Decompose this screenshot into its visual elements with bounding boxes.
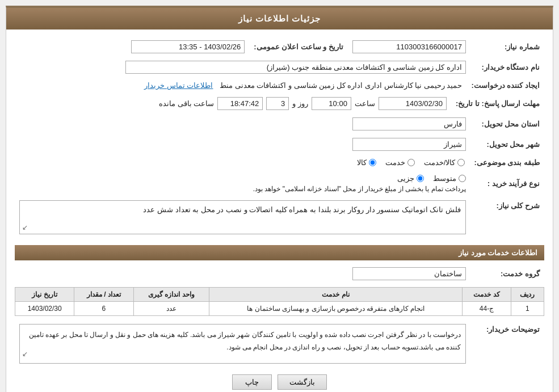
col-quantity: تعداد / مقدار bbox=[74, 288, 133, 302]
process-label: نوع فرآیند خرید : bbox=[470, 172, 544, 195]
cell-unit: عدد bbox=[133, 302, 209, 316]
col-code: کد خدمت bbox=[463, 288, 511, 302]
process-motavasset-label: متوسط bbox=[433, 174, 456, 183]
deadline-time: 10:00 bbox=[312, 97, 351, 110]
col-name: نام خدمت bbox=[209, 288, 463, 302]
requester-name: حمید رحیمی نیا کارشناس اداری اداره کل زم… bbox=[220, 81, 462, 90]
category-khadamat-label: خدمت bbox=[385, 158, 405, 167]
process-motavasset-radio[interactable] bbox=[459, 175, 466, 182]
deadline-remaining-label: ساعت باقی مانده bbox=[159, 99, 214, 108]
announcement-date-value: 1403/02/26 - 13:35 bbox=[131, 40, 245, 53]
buyer-notes-label: توضیحات خریدار: bbox=[470, 322, 544, 366]
cell-date: 1403/02/30 bbox=[15, 302, 74, 316]
category-kala-radio[interactable] bbox=[369, 159, 376, 166]
cell-name: انجام کارهای متفرقه درخصوص بازسازی و بهس… bbox=[209, 302, 463, 316]
buyer-notes-box: درخواست با در نظر گرفتن اجرت نصب داده شد… bbox=[19, 324, 466, 364]
service-group-value: ساختمان bbox=[352, 267, 466, 280]
need-desc-value: فلش تانک اتوماتیک سنسور دار روکار برند ب… bbox=[143, 205, 461, 214]
back-button[interactable]: بازگشت bbox=[278, 374, 327, 390]
deadline-remaining: 18:47:42 bbox=[217, 97, 263, 110]
category-label: طبقه بندی موضوعی: bbox=[469, 156, 544, 169]
category-khadamat-radio[interactable] bbox=[407, 159, 415, 166]
services-table: ردیف کد خدمت نام خدمت واحد اندازه گیری ت… bbox=[15, 287, 544, 316]
col-date: تاریخ نیاز bbox=[15, 288, 74, 302]
process-motavasset-option[interactable]: متوسط bbox=[433, 174, 466, 183]
process-jazei-option[interactable]: جزیی bbox=[397, 174, 424, 183]
buyer-notes-value: درخواست با در نظر گرفتن اجرت نصب داده شد… bbox=[29, 331, 461, 351]
need-desc-box: فلش تانک اتوماتیک سنسور دار روکار برند ب… bbox=[19, 200, 466, 234]
resize-arrow-2: ↙ bbox=[22, 348, 28, 361]
service-group-label: گروه خدمت: bbox=[470, 265, 544, 283]
category-kala-option[interactable]: کالا bbox=[357, 158, 376, 167]
category-khadamat-option[interactable]: خدمت bbox=[385, 158, 415, 167]
deadline-time-label: ساعت bbox=[355, 99, 375, 108]
deadline-days: 3 bbox=[266, 97, 289, 110]
col-unit: واحد اندازه گیری bbox=[133, 288, 209, 302]
print-button[interactable]: چاپ bbox=[232, 374, 272, 390]
category-kala-khadamat-label: کالا/خدمت bbox=[424, 158, 456, 167]
cell-quantity: 6 bbox=[74, 302, 133, 316]
city-value: شیراز bbox=[352, 138, 466, 151]
city-label: شهر محل تحویل: bbox=[470, 136, 544, 153]
need-number-value: 1103003166000017 bbox=[352, 40, 466, 53]
cell-row: 1 bbox=[511, 302, 544, 316]
need-number-label: شماره نیاز: bbox=[470, 38, 544, 56]
requester-link[interactable]: اطلاعات تماس خریدار bbox=[144, 81, 213, 90]
category-kala-khadamat-radio[interactable] bbox=[457, 159, 465, 166]
need-desc-label: شرح کلی نیاز: bbox=[470, 198, 544, 237]
button-row: بازگشت چاپ bbox=[15, 374, 544, 390]
buyer-org-value: اداره کل زمین شناسی و اکتشافات معدنی منط… bbox=[125, 61, 466, 74]
requester-label: ایجاد کننده درخواست: bbox=[466, 79, 544, 92]
cell-code: ج-44 bbox=[463, 302, 511, 316]
buyer-org-label: نام دستگاه خریدار: bbox=[470, 58, 544, 76]
table-row: 1ج-44انجام کارهای متفرقه درخصوص بازسازی … bbox=[15, 302, 544, 316]
process-jazei-radio[interactable] bbox=[417, 175, 424, 182]
process-jazei-label: جزیی bbox=[397, 174, 414, 183]
deadline-date: 1403/02/30 bbox=[379, 97, 447, 110]
services-section-title: اطلاعات خدمات مورد نیاز bbox=[15, 245, 544, 260]
page-title: جزئیات اطلاعات نیاز bbox=[6, 8, 553, 29]
province-value: فارس bbox=[352, 117, 466, 130]
province-label: استان محل تحویل: bbox=[470, 115, 544, 133]
announcement-date-label: تاریخ و ساعت اعلان عمومی: bbox=[249, 38, 348, 56]
deadline-days-label: روز و bbox=[292, 99, 308, 108]
category-kala-khadamat-option[interactable]: کالا/خدمت bbox=[424, 158, 465, 167]
category-kala-label: کالا bbox=[357, 158, 367, 167]
col-row: ردیف bbox=[511, 288, 544, 302]
process-note: پرداخت تمام یا بخشی از مبلغ خریدار از مح… bbox=[19, 185, 466, 193]
resize-arrow: ↙ bbox=[22, 224, 28, 231]
deadline-label: مهلت ارسال پاسخ: تا تاریخ: bbox=[451, 95, 544, 112]
